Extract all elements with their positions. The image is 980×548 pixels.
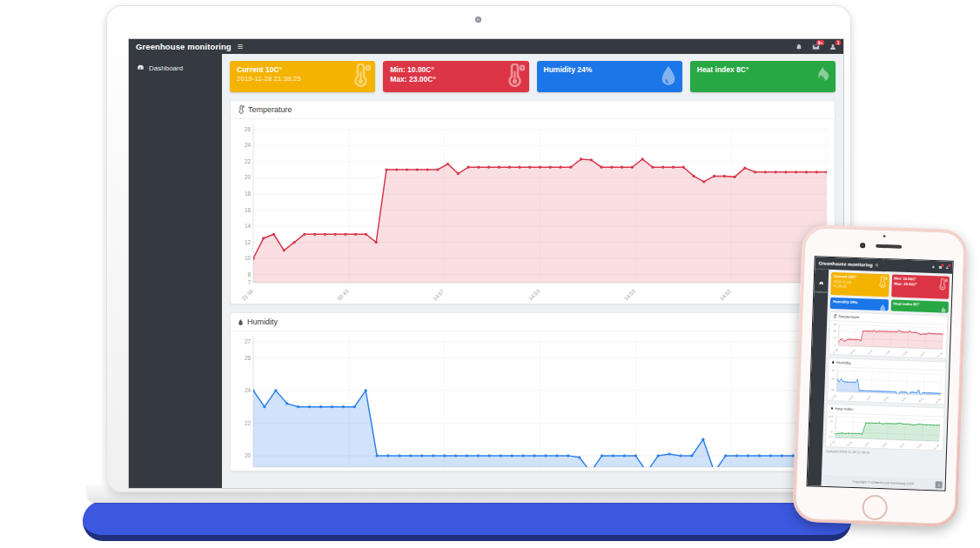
svg-text:21:38: 21:38 bbox=[830, 394, 837, 401]
svg-text:24: 24 bbox=[831, 377, 835, 380]
svg-text:14:53: 14:53 bbox=[902, 350, 909, 357]
phone-dashboard-gauge-icon[interactable] bbox=[818, 273, 824, 289]
dashboard-gauge-icon bbox=[137, 63, 144, 73]
humidity-panel-title: Humidity bbox=[247, 317, 278, 326]
temperature-panel-title: Temperature bbox=[248, 105, 292, 114]
svg-text:24: 24 bbox=[245, 142, 252, 148]
phone-user-badge bbox=[948, 264, 950, 267]
svg-text:21:38: 21:38 bbox=[241, 288, 254, 301]
scroll-to-top-button[interactable]: ˄ bbox=[936, 481, 943, 488]
navbar-actions: 9+ 1 bbox=[795, 43, 836, 50]
svg-text:02:43: 02:43 bbox=[846, 440, 853, 447]
svg-text:24.9: 24.9 bbox=[828, 415, 833, 418]
svg-text:14:53: 14:53 bbox=[623, 288, 636, 301]
card-heat-title: Heat index 8C° bbox=[697, 65, 829, 75]
svg-text:20: 20 bbox=[830, 420, 834, 424]
temperature-panel: Temperature 2624222018161412108721:3802:… bbox=[230, 100, 836, 304]
phone-bell-icon[interactable] bbox=[931, 265, 935, 269]
svg-text:21:38: 21:38 bbox=[829, 440, 836, 447]
messages-envelope-icon[interactable]: 9+ bbox=[812, 43, 820, 50]
card-humidity-title: Humidity 24% bbox=[544, 65, 675, 75]
svg-text:14:53: 14:53 bbox=[527, 288, 540, 301]
svg-text:14:53: 14:53 bbox=[898, 442, 905, 449]
svg-text:14:57: 14:57 bbox=[863, 441, 870, 448]
phone-sidebar-item-label[interactable]: Dashboard bbox=[815, 290, 827, 293]
svg-text:01:36: 01:36 bbox=[933, 444, 940, 451]
thermometer-icon bbox=[504, 63, 525, 91]
humidity-panel: Humidity 2726242220 bbox=[230, 312, 836, 471]
phone-envelope-icon[interactable] bbox=[938, 265, 943, 269]
card-current-temperature: Current 10C° 2019-11-28 21:38:25 bbox=[230, 61, 375, 92]
phone-card-current-timestamp: 2019-11-28 21:38:25 bbox=[833, 279, 856, 290]
svg-text:02:43: 02:43 bbox=[337, 288, 350, 301]
svg-text:20: 20 bbox=[831, 388, 835, 391]
flame-small-icon bbox=[830, 406, 834, 411]
svg-text:27: 27 bbox=[245, 338, 252, 344]
card-max-label: Max: 23.00C° bbox=[390, 75, 521, 84]
svg-text:26: 26 bbox=[245, 355, 252, 361]
svg-text:21:38: 21:38 bbox=[832, 348, 839, 355]
phone-navbar-actions bbox=[931, 265, 950, 270]
card-min-max-temperature: Min: 10.00C° Max: 23.00C° bbox=[383, 61, 528, 92]
phone-humidity-title: Humidity bbox=[836, 360, 851, 365]
main-content: Current 10C° 2019-11-28 21:38:25 Min: 10… bbox=[222, 54, 843, 488]
svg-text:14: 14 bbox=[833, 336, 836, 339]
humidity-panel-header: Humidity bbox=[231, 313, 835, 331]
svg-text:18: 18 bbox=[245, 190, 252, 197]
phone-temperature-chart: 262014721:3802:4314:5714:5314:5314:5201:… bbox=[829, 321, 947, 358]
phone-card-current: Current 10C° 2019-11-28 21:38:25 bbox=[830, 272, 889, 297]
phone-sensor-dot bbox=[883, 235, 886, 237]
user-badge: 1 bbox=[836, 40, 841, 45]
app-brand: Greenhouse monitoring bbox=[136, 42, 232, 51]
svg-text:02:43: 02:43 bbox=[849, 348, 856, 355]
phone-user-icon[interactable] bbox=[945, 266, 949, 270]
svg-text:24: 24 bbox=[245, 387, 252, 393]
phone-stat-cards: Current 10C° 2019-11-28 21:38:25 Min: 10… bbox=[830, 272, 950, 313]
menu-toggle-icon[interactable]: ≡ bbox=[238, 42, 243, 51]
svg-text:8: 8 bbox=[247, 271, 251, 277]
svg-text:20: 20 bbox=[833, 330, 836, 333]
thermometer-icon bbox=[350, 63, 371, 91]
thermometer-small-icon bbox=[238, 105, 245, 114]
laptop-mockup: Greenhouse monitoring ≡ 9+ 1 bbox=[106, 5, 851, 492]
svg-text:14:57: 14:57 bbox=[865, 395, 872, 402]
flame-icon bbox=[812, 63, 831, 91]
phone-card-humidity: Humidity 24% bbox=[830, 297, 889, 311]
stat-cards-row: Current 10C° 2019-11-28 21:38:25 Min: 10… bbox=[230, 61, 836, 92]
temperature-panel-header: Temperature bbox=[231, 101, 835, 119]
notifications-bell-icon[interactable] bbox=[795, 43, 802, 50]
phone-mockup: Greenhouse monitoring ≡ bbox=[792, 224, 968, 527]
water-drop-small-icon bbox=[831, 360, 835, 364]
svg-text:14:52: 14:52 bbox=[919, 351, 926, 358]
card-heat-index: Heat index 8C° bbox=[690, 61, 836, 92]
humidity-chart: 2726242220 bbox=[231, 331, 835, 471]
svg-text:26: 26 bbox=[834, 323, 837, 326]
svg-text:4.7: 4.7 bbox=[829, 435, 833, 438]
svg-text:22: 22 bbox=[245, 420, 252, 426]
card-current-timestamp: 2019-11-28 21:38:25 bbox=[237, 75, 368, 84]
card-min-label: Min: 10.00C° bbox=[390, 65, 521, 75]
phone-app-brand: Greenhouse monitoring bbox=[818, 260, 873, 267]
svg-text:7: 7 bbox=[247, 279, 251, 285]
phone-humidity-panel: Humidity 27242021:3802:4314:5714:5314:53… bbox=[827, 358, 947, 405]
svg-text:02:43: 02:43 bbox=[848, 394, 855, 401]
phone-screen: Greenhouse monitoring ≡ bbox=[807, 256, 954, 491]
phone-temperature-panel: Temperature 262014721:3802:4314:5714:531… bbox=[829, 311, 949, 359]
messages-badge: 9+ bbox=[816, 40, 824, 45]
svg-text:16: 16 bbox=[245, 207, 252, 213]
sidebar-item-dashboard[interactable]: Dashboard bbox=[129, 60, 222, 77]
phone-card-heat: Heat index 8C° bbox=[890, 299, 949, 312]
svg-text:14:52: 14:52 bbox=[916, 443, 923, 450]
svg-text:27: 27 bbox=[832, 369, 836, 372]
svg-text:14:52: 14:52 bbox=[719, 288, 732, 301]
svg-text:14:53: 14:53 bbox=[883, 396, 889, 403]
phone-humidity-chart: 27242021:3802:4314:5714:5314:5314:5201:3… bbox=[828, 367, 945, 404]
user-account-icon[interactable]: 1 bbox=[829, 43, 836, 50]
phone-menu-toggle-icon[interactable]: ≡ bbox=[876, 263, 879, 268]
sidebar: Dashboard bbox=[129, 54, 222, 488]
svg-text:10: 10 bbox=[829, 430, 833, 433]
svg-text:22: 22 bbox=[245, 158, 252, 164]
phone-main-content: Current 10C° 2019-11-28 21:38:25 Min: 10… bbox=[822, 270, 953, 491]
svg-text:20: 20 bbox=[245, 452, 252, 458]
thermometer-icon bbox=[936, 277, 948, 294]
